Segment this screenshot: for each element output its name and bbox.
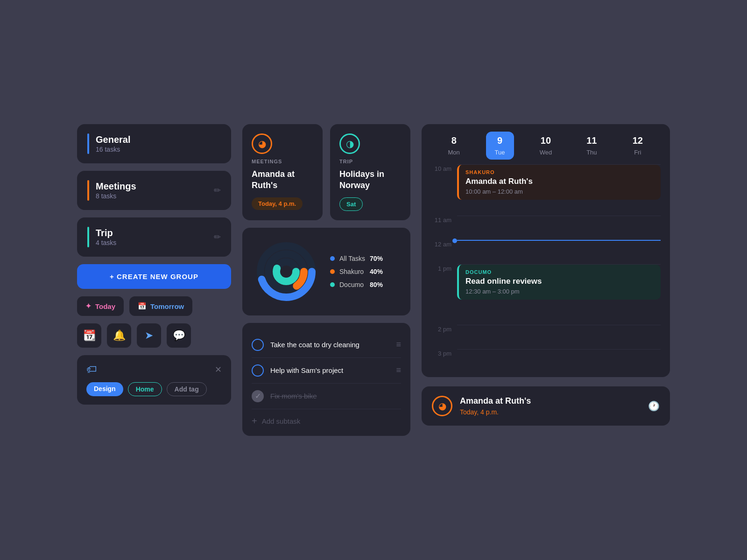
cal-day-name-thu: Thu — [586, 149, 597, 156]
group-card-general[interactable]: General 16 tasks — [77, 124, 231, 163]
event-card-trip[interactable]: ◑ TRIP Holidays in Norway Sat — [330, 124, 410, 220]
bottom-event-date: Today, 4 p.m. — [460, 408, 499, 416]
shakuro-event-time: 10:00 am – 12:00 am — [465, 188, 654, 195]
edit-icon-meetings[interactable]: ✏ — [214, 185, 221, 196]
plus-icon: + — [252, 416, 257, 427]
legend-label-alltasks: All Tasks — [339, 255, 365, 262]
cal-day-wed[interactable]: 10 Wed — [532, 132, 560, 160]
group-card-meetings[interactable]: Meetings 8 tasks ✏ — [77, 171, 231, 210]
group-tasks-meetings: 8 tasks — [96, 192, 116, 200]
task-checkbox-3[interactable]: ✓ — [252, 390, 264, 402]
time-label-11am: 11 am — [431, 216, 451, 240]
calendar-header: 8 Mon 9 Tue 10 Wed 11 Thu 12 Fri — [422, 124, 670, 160]
time-label-1pm: 1 pm — [431, 264, 451, 325]
icon-button-row: 📆 🔔 ➤ 💬 — [77, 323, 231, 348]
group-bar-meetings — [87, 180, 89, 201]
left-column: General 16 tasks Meetings 8 tasks ✏ Trip — [77, 124, 231, 405]
message-icon: 💬 — [173, 329, 185, 342]
group-title-meetings: Meetings — [96, 181, 136, 192]
group-bar-general — [87, 133, 89, 154]
task-label-2: Help with Sam's project — [270, 366, 389, 374]
task-menu-2[interactable]: ≡ — [396, 365, 401, 375]
cal-day-name-fri: Fri — [634, 149, 641, 156]
legend-dot-alltasks — [330, 256, 335, 261]
task-item-1[interactable]: Take the coat to dry cleaning ≡ — [252, 332, 401, 358]
legend-pct-shakuro: 40% — [370, 268, 383, 275]
notifications-button[interactable]: 🔔 — [107, 323, 131, 348]
group-tasks-trip: 4 tasks — [96, 239, 116, 246]
trip-event-date: Sat — [339, 197, 363, 211]
calendar-card: 8 Mon 9 Tue 10 Wed 11 Thu 12 Fri — [422, 124, 670, 377]
star-icon: ✦ — [85, 302, 92, 310]
meetings-event-date: Today, 4 p.m. — [252, 197, 303, 210]
time-label-10am: 10 am — [431, 164, 451, 216]
task-label-1: Take the coat to dry cleaning — [270, 341, 389, 349]
donut-legend: All Tasks 70% Shakuro 40% Documo 80% — [330, 255, 383, 288]
add-subtask-button[interactable]: + Add subtask — [252, 409, 401, 427]
calendar-body: 10 am SHAKURO Amanda at Ruth's 10:00 am … — [422, 160, 670, 377]
create-btn-label: + CREATE NEW GROUP — [110, 273, 198, 280]
time-slot-3pm — [457, 349, 661, 368]
task-checkbox-1[interactable] — [252, 339, 264, 351]
task-item-2[interactable]: Help with Sam's project ≡ — [252, 358, 401, 384]
calendar-view-button[interactable]: 📆 — [77, 323, 101, 348]
calendar-event-documo[interactable]: DOCUMO Read online reviews 12:30 am – 3:… — [457, 265, 661, 300]
time-slot-11am — [457, 216, 661, 240]
group-card-trip[interactable]: Trip 4 tasks ✏ — [77, 217, 231, 257]
trip-event-icon: ◑ — [339, 133, 360, 154]
tag-header-icon: 🏷 — [86, 364, 97, 376]
edit-icon-trip[interactable]: ✏ — [214, 232, 221, 242]
cal-day-name-wed: Wed — [540, 149, 552, 156]
tag-close-button[interactable]: ✕ — [215, 364, 222, 375]
cal-day-num-thu: 11 — [586, 135, 597, 146]
tag-add[interactable]: Add tag — [167, 382, 207, 396]
time-row-11am: 11 am — [431, 216, 661, 240]
cal-day-num-tue: 9 — [497, 135, 502, 146]
legend-item-shakuro: Shakuro 40% — [330, 268, 383, 275]
bottom-event-card[interactable]: ◕ Amanda at Ruth's Today, 4 p.m. 🕐 — [422, 386, 670, 426]
legend-dot-documo — [330, 282, 335, 287]
documo-event-time: 12:30 am – 3:00 pm — [465, 288, 654, 295]
legend-item-documo: Documo 80% — [330, 281, 383, 288]
time-slot-2pm — [457, 325, 661, 349]
create-new-group-button[interactable]: + CREATE NEW GROUP — [77, 264, 231, 289]
event-card-meetings[interactable]: ◕ MEETINGS Amanda at Ruth's Today, 4 p.m… — [242, 124, 323, 220]
time-row-1pm: 1 pm DOCUMO Read online reviews 12:30 am… — [431, 264, 661, 325]
legend-dot-shakuro — [330, 269, 335, 274]
calendar-event-shakuro[interactable]: SHAKURO Amanda at Ruth's 10:00 am – 12:0… — [457, 165, 661, 200]
cal-day-mon[interactable]: 8 Mon — [440, 132, 468, 160]
time-row-2pm: 2 pm — [431, 325, 661, 349]
forward-icon: ➤ — [145, 329, 153, 342]
legend-pct-alltasks: 70% — [370, 255, 383, 262]
task-menu-1[interactable]: ≡ — [396, 340, 401, 350]
message-button[interactable]: 💬 — [167, 323, 191, 348]
tag-home[interactable]: Home — [128, 382, 162, 396]
task-checkbox-2[interactable] — [252, 364, 264, 377]
event-cards-row: ◕ MEETINGS Amanda at Ruth's Today, 4 p.m… — [242, 124, 410, 220]
calendar-icon: 📅 — [138, 302, 147, 310]
app-container: General 16 tasks Meetings 8 tasks ✏ Trip — [77, 124, 670, 436]
time-label-3pm: 3 pm — [431, 349, 451, 368]
forward-button[interactable]: ➤ — [137, 323, 161, 348]
right-column: 8 Mon 9 Tue 10 Wed 11 Thu 12 Fri — [422, 124, 670, 426]
cal-day-thu[interactable]: 11 Thu — [578, 132, 606, 160]
group-title-general: General — [96, 134, 130, 145]
tag-design[interactable]: Design — [86, 382, 123, 396]
cal-day-fri[interactable]: 12 Fri — [624, 132, 652, 160]
bell-icon: 🔔 — [113, 329, 126, 342]
group-bar-trip — [87, 227, 89, 247]
shakuro-event-category: SHAKURO — [465, 169, 654, 175]
tasks-card: Take the coat to dry cleaning ≡ Help wit… — [242, 323, 410, 436]
cal-day-num-fri: 12 — [633, 135, 643, 146]
legend-item-alltasks: All Tasks 70% — [330, 255, 383, 262]
task-item-3[interactable]: ✓ Fix mom's bike — [252, 384, 401, 409]
time-row-10am: 10 am SHAKURO Amanda at Ruth's 10:00 am … — [431, 164, 661, 216]
time-row-12am: 12 am — [431, 240, 661, 264]
tomorrow-button[interactable]: 📅 Tomorrow — [129, 296, 192, 316]
tomorrow-label: Tomorrow — [150, 302, 184, 310]
time-row-3pm: 3 pm — [431, 349, 661, 368]
today-button[interactable]: ✦ Today — [77, 296, 124, 316]
cal-day-tue[interactable]: 9 Tue — [486, 132, 514, 160]
documo-event-title: Read online reviews — [465, 277, 654, 286]
meetings-category: MEETINGS — [252, 159, 313, 164]
